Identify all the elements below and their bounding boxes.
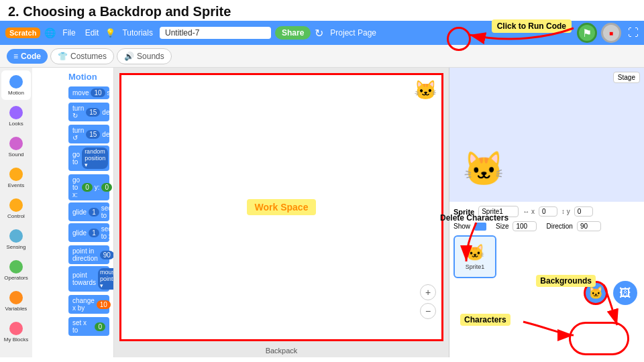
- share-button[interactable]: Share: [275, 26, 311, 40]
- category-list: Motion Looks Sound Events Control Sensin…: [0, 68, 32, 357]
- cat-sound-label: Sound: [8, 152, 23, 158]
- cat-control[interactable]: Control: [1, 194, 31, 223]
- nav-file[interactable]: File: [60, 27, 78, 39]
- block-goto-xy[interactable]: go to x: 0 y: 0: [68, 174, 109, 200]
- nav-project-page[interactable]: Project Page: [327, 27, 379, 39]
- block-turn-ccw[interactable]: turn ↺ 15 degrees: [68, 125, 109, 143]
- flag-icon: ⚑: [582, 27, 592, 40]
- work-canvas: Work Space 🐱 + −: [119, 73, 443, 341]
- show-label: Show: [453, 223, 470, 230]
- cat-motion[interactable]: Motion: [1, 70, 31, 100]
- stage-area: 🐱 Stage: [449, 68, 644, 202]
- fullscreen-icon[interactable]: ⛶: [628, 27, 639, 39]
- lightbulb-icon: 💡: [105, 28, 115, 38]
- delete-characters-annotation: Delete Characters: [440, 213, 508, 223]
- block-glide-to[interactable]: glide 1 secs to random pos ▾: [68, 202, 109, 221]
- page-title: 2. Choosing a Backdrop and Sprite: [0, 0, 644, 21]
- show-toggle[interactable]: [474, 223, 486, 231]
- block-move[interactable]: move 10 steps: [68, 86, 109, 99]
- cat-variables-label: Variables: [5, 306, 28, 312]
- stop-icon: ■: [609, 29, 613, 37]
- nav-edit[interactable]: Edit: [83, 27, 102, 39]
- y-input[interactable]: [574, 206, 593, 217]
- size-input[interactable]: [513, 221, 537, 231]
- cat-events[interactable]: Events: [1, 163, 31, 192]
- block-point-towards[interactable]: point towards mouse-pointer ▾: [68, 266, 109, 292]
- stage-tab[interactable]: Stage: [613, 72, 640, 83]
- add-sprite-icon: 🐱: [588, 286, 603, 300]
- characters-annotation: Characters: [460, 314, 511, 326]
- work-area: Work Space 🐱 + − Backpack: [114, 68, 449, 357]
- backpack-label: Backpack: [266, 347, 298, 357]
- sync-icon: ↻: [315, 27, 323, 40]
- direction-label: Direction: [546, 223, 572, 230]
- sidebar: Motion Looks Sound Events Control Sensin…: [0, 68, 114, 357]
- run-button[interactable]: ⚑: [577, 23, 597, 43]
- y-label: ↕ y: [561, 208, 570, 215]
- block-set-x[interactable]: set x to 0: [68, 317, 109, 336]
- nav-tutorials[interactable]: Tutorials: [119, 27, 156, 39]
- cat-motion-label: Motion: [8, 90, 24, 96]
- add-backdrop-button[interactable]: 🖼: [613, 281, 637, 305]
- costumes-tab[interactable]: 👕 Costumes: [50, 48, 114, 64]
- sprite-grid: 🐱 Sprite1: [453, 235, 640, 278]
- block-change-x[interactable]: change x by 10: [68, 295, 109, 314]
- zoom-out-button[interactable]: −: [420, 303, 436, 319]
- blocks-area: Motion move 10 steps turn ↻ 15 degrees t…: [64, 68, 113, 357]
- zoom-controls: + −: [420, 284, 436, 319]
- block-glide-xy[interactable]: glide 1 secs to x: 0 y: 0: [68, 223, 109, 242]
- sprite-preview-small: 🐱: [414, 79, 437, 101]
- sounds-tab[interactable]: 🔊 Sounds: [117, 48, 172, 64]
- cat-looks[interactable]: Looks: [1, 101, 31, 131]
- project-name-input[interactable]: [160, 27, 271, 39]
- code-icon: ≡: [13, 52, 18, 61]
- block-goto[interactable]: go to random position ▾: [68, 145, 109, 171]
- stage-cat: 🐱: [463, 149, 504, 188]
- add-backdrop-icon: 🖼: [619, 286, 631, 300]
- click-to-run-annotation: Click to Run Code: [492, 19, 572, 33]
- cat-operators[interactable]: Operators: [1, 255, 31, 285]
- zoom-in-button[interactable]: +: [420, 284, 436, 300]
- backgrounds-annotation: Backgrounds: [536, 275, 596, 287]
- workspace-label: Work Space: [247, 199, 317, 215]
- scratch-logo[interactable]: Scratch: [5, 27, 40, 38]
- cat-events-label: Events: [8, 182, 24, 188]
- cat-sensing[interactable]: Sensing: [1, 225, 31, 254]
- sprite-item-1[interactable]: 🐱 Sprite1: [453, 235, 496, 278]
- sound-icon: 🔊: [124, 52, 134, 61]
- stop-button[interactable]: ■: [601, 23, 621, 43]
- cat-operators-label: Operators: [4, 275, 28, 281]
- cat-looks-label: Looks: [9, 121, 23, 127]
- block-point-dir[interactable]: point in direction 90: [68, 245, 109, 264]
- cat-variables[interactable]: Variables: [1, 286, 31, 316]
- direction-input[interactable]: [577, 221, 601, 231]
- subnav: ≡ Code 👕 Costumes 🔊 Sounds: [0, 45, 644, 68]
- block-turn-cw[interactable]: turn ↻ 15 degrees: [68, 103, 109, 121]
- cat-myblocks[interactable]: My Blocks: [1, 317, 31, 347]
- cat-sound[interactable]: Sound: [1, 132, 31, 162]
- costume-icon: 👕: [58, 52, 68, 61]
- blocks-title: Motion: [68, 72, 109, 82]
- globe-icon: 🌐: [44, 27, 56, 38]
- x-input[interactable]: [539, 206, 557, 217]
- cat-control-label: Control: [7, 213, 25, 219]
- main-area: Motion Looks Sound Events Control Sensin…: [0, 68, 644, 357]
- x-label: ↔ x: [523, 208, 535, 215]
- size-label: Size: [496, 223, 508, 230]
- sprite-item-label: Sprite1: [466, 263, 485, 270]
- sprite-cat-icon: 🐱: [465, 243, 485, 262]
- code-tab[interactable]: ≡ Code: [7, 49, 48, 64]
- cat-myblocks-label: My Blocks: [4, 337, 28, 343]
- sprite-show-row: Show Size Direction: [453, 221, 640, 231]
- cat-sensing-label: Sensing: [7, 244, 26, 250]
